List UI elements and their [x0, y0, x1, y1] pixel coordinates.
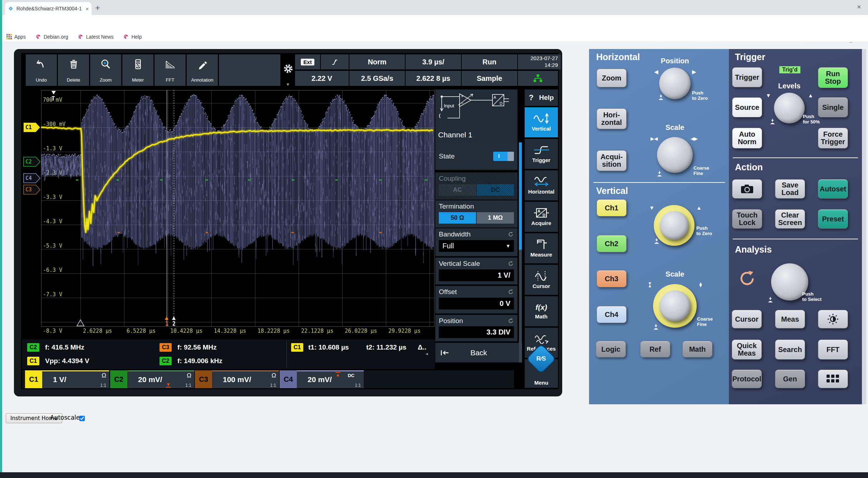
sidebar-horizontal[interactable]: Horizontal	[525, 170, 558, 200]
scope-fft-button[interactable]: FFT	[155, 54, 186, 86]
search-button[interactable]: Search	[775, 340, 805, 360]
protocol-button[interactable]: Protocol	[732, 370, 762, 388]
new-tab-button[interactable]: +	[95, 3, 100, 13]
scope-annotation-button[interactable]: Annotation	[187, 54, 218, 86]
ch3-button[interactable]: Ch3	[597, 270, 627, 287]
menu-item-state: State I	[435, 142, 518, 170]
reset-icon[interactable]	[507, 318, 514, 324]
position-value[interactable]: 3.3 DIV	[439, 326, 514, 338]
scope-zoom-button[interactable]: Zoom	[90, 54, 121, 86]
channel2-info[interactable]: 20 mV/ ▼ Ω 1:1	[127, 370, 194, 388]
gen-button[interactable]: Gen	[775, 370, 805, 388]
browser-tab[interactable]: Rohde&Schwarz-RTM3004-1 ×	[5, 2, 92, 15]
termination-50ohm-option[interactable]: 50 Ω	[439, 212, 476, 224]
apps-button[interactable]	[818, 370, 848, 388]
reset-icon[interactable]	[507, 260, 514, 267]
vertical-scale-value[interactable]: 1 V/	[439, 269, 514, 281]
sidebar-math[interactable]: f(x) Math	[525, 296, 558, 326]
vertical-scale-knob-ring[interactable]	[653, 284, 697, 328]
status-trigger-slope[interactable]	[321, 54, 349, 69]
clear-screen-button[interactable]: Clear Screen	[775, 209, 805, 229]
channel4-tab[interactable]: C4	[280, 370, 297, 388]
channel3-info[interactable]: 100 mV/ Ω 1:1	[212, 370, 279, 388]
bandwidth-select[interactable]: Full▼	[439, 240, 514, 252]
zoom-button[interactable]: Zoom	[597, 69, 627, 87]
ch1-button[interactable]: Ch1	[597, 199, 627, 216]
run-stop-button[interactable]: Run Stop	[818, 67, 848, 88]
autoscale-checkbox[interactable]	[79, 416, 85, 421]
channel2-tab[interactable]: C2	[110, 370, 127, 388]
channel4-info[interactable]: 20 mV/ ▲ DC 1:1	[297, 370, 364, 388]
ref-button[interactable]: Ref	[640, 341, 670, 357]
back-button[interactable]: Back	[435, 343, 522, 362]
trigger-menu-button[interactable]: Trigger	[732, 67, 762, 87]
ch2-button[interactable]: Ch2	[597, 235, 627, 252]
coupling-dc-option[interactable]: DC	[477, 184, 514, 196]
pencil-icon	[197, 59, 208, 70]
bookmark-help[interactable]: Help	[123, 34, 142, 40]
meas-button[interactable]: Meas	[775, 310, 805, 328]
state-toggle[interactable]: I	[493, 152, 514, 161]
bookmark-debian[interactable]: Debian.org	[36, 34, 68, 40]
vertical-scale-knob[interactable]	[659, 291, 690, 321]
status-trigger-level[interactable]: 2.22 V	[295, 71, 349, 86]
waveform-display[interactable]	[22, 88, 435, 338]
termination-1mohm-option[interactable]: 1 MΩ	[477, 212, 514, 224]
touch-lock-button[interactable]: Touch Lock	[732, 209, 762, 229]
channel1-tab[interactable]: C1	[25, 370, 42, 388]
sidebar-measure[interactable]: Measure	[525, 233, 558, 263]
collapse-results-icon[interactable]: ◂	[426, 351, 428, 356]
coupling-ac-option[interactable]: AC	[439, 184, 476, 196]
force-trigger-button[interactable]: Force Trigger	[818, 128, 848, 148]
sidebar-vertical[interactable]: Vertical	[525, 107, 558, 137]
svg-text:Input: Input	[444, 103, 454, 108]
autoset-button[interactable]: Autoset	[818, 179, 848, 199]
status-sample-rate[interactable]: 2.5 GSa/s	[349, 71, 405, 86]
horizontal-button[interactable]: Hori- zontal	[597, 108, 627, 129]
status-trigger-source[interactable]: Ext	[295, 54, 320, 69]
menu-scrollbar-thumb[interactable]	[519, 142, 522, 250]
quick-meas-button[interactable]: Quick Meas	[732, 340, 762, 360]
chevron-down-icon[interactable]: ▼	[286, 82, 290, 87]
intensity-button[interactable]	[818, 310, 848, 328]
single-button[interactable]: Single	[818, 97, 848, 117]
acquisition-button[interactable]: Acqui- sition	[597, 150, 627, 171]
reset-icon[interactable]	[507, 289, 514, 295]
auto-norm-button[interactable]: Auto Norm	[732, 128, 762, 148]
math-button[interactable]: Math	[682, 341, 712, 357]
ch4-button[interactable]: Ch4	[597, 306, 627, 323]
vertical-position-knob-ring[interactable]	[654, 205, 695, 246]
sidebar-acquire[interactable]: A D Acquire	[525, 202, 558, 232]
window-close-icon[interactable]: ×	[857, 3, 861, 11]
bookmark-apps[interactable]: Apps	[6, 34, 26, 40]
screenshot-button[interactable]	[732, 179, 762, 199]
measurement-value: f: 92.56 MHz	[177, 343, 217, 352]
status-timebase[interactable]: 3.9 µs/	[406, 54, 461, 69]
status-run-state[interactable]: Run	[462, 54, 517, 69]
scope-delete-button[interactable]: Delete	[58, 54, 89, 86]
vertical-position-knob[interactable]	[660, 211, 688, 240]
trigger-levels-knob[interactable]	[774, 93, 805, 123]
preset-button[interactable]: Preset	[818, 209, 848, 229]
channel3-tab[interactable]: C3	[195, 370, 212, 388]
cursor-button[interactable]: Cursor	[732, 310, 762, 328]
horizontal-scale-knob[interactable]	[657, 137, 693, 173]
save-load-button[interactable]: Save Load	[775, 179, 805, 199]
tab-close-icon[interactable]: ×	[85, 6, 89, 12]
sidebar-cursor[interactable]: Cursor	[525, 265, 558, 295]
sidebar-trigger[interactable]: Trigger	[525, 139, 558, 169]
fft-button[interactable]: FFT	[818, 340, 848, 360]
scope-meter-button[interactable]: Meter	[122, 54, 153, 86]
reset-icon[interactable]	[507, 231, 514, 238]
logic-button[interactable]: Logic	[596, 341, 626, 357]
sidebar-help[interactable]: ? Help	[525, 89, 558, 106]
bookmark-latest-news[interactable]: Latest News	[78, 34, 113, 40]
channel1-info[interactable]: 1 V/ Ω 1:1	[42, 370, 109, 388]
offset-value[interactable]: 0 V	[439, 298, 514, 309]
status-acquisition-mode[interactable]: Sample	[462, 71, 517, 86]
status-trigger-mode[interactable]: Norm	[349, 54, 405, 69]
source-button[interactable]: Source	[732, 97, 762, 117]
scope-undo-button[interactable]: Undo	[26, 54, 57, 86]
gear-icon[interactable]	[283, 63, 294, 74]
status-horizontal-position[interactable]: 2.622 8 µs	[406, 71, 461, 86]
